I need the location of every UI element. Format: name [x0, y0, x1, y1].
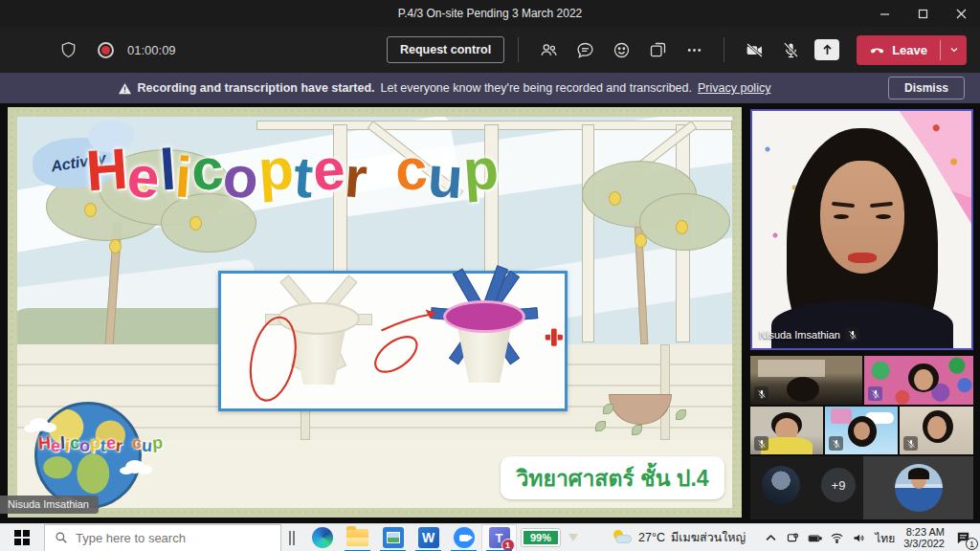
more-options-icon[interactable] — [678, 33, 710, 66]
maximize-button[interactable] — [903, 0, 942, 27]
start-button[interactable] — [0, 524, 44, 551]
participant-overflow-row: +9 — [750, 456, 973, 519]
participant-video-tile[interactable] — [900, 407, 973, 454]
recording-indicator-icon — [98, 42, 114, 58]
leave-button-label: Leave — [892, 43, 927, 57]
taskbar-app-teams[interactable]: T 1 — [481, 524, 517, 551]
dismiss-button[interactable]: Dismiss — [888, 77, 965, 99]
participant-video-tile[interactable] — [863, 456, 973, 519]
search-icon — [55, 531, 68, 544]
taskbar-divider-icon — [289, 531, 295, 545]
taskbar-app-zoom[interactable] — [446, 524, 481, 551]
video-name-tag: Nisuda Imsathian — [759, 327, 859, 342]
cloud-puff — [30, 418, 49, 431]
volume-icon[interactable] — [852, 531, 866, 545]
muted-mic-icon — [845, 327, 859, 342]
meeting-stage: Activity Helicoptercup — [0, 103, 980, 523]
minimize-button[interactable] — [865, 0, 903, 27]
shared-screen-slide[interactable]: Activity Helicoptercup — [8, 107, 742, 518]
file-explorer-icon — [346, 529, 368, 546]
subject-caption: วิทยาศาสตร์ ชั้น ป.4 — [516, 461, 708, 496]
weather-widget[interactable]: 27°C มีเมฆส่วนใหญ่ — [612, 528, 746, 547]
muted-mic-icon — [754, 386, 768, 401]
leave-options-chevron-icon[interactable] — [941, 35, 967, 65]
annotation-cursor-cross — [545, 328, 563, 346]
teams-notification-badge: 1 — [501, 539, 515, 551]
wifi-icon[interactable] — [830, 531, 844, 545]
arrow-icon — [568, 534, 578, 541]
teams-icon: T 1 — [489, 527, 510, 548]
search-input[interactable] — [76, 531, 257, 545]
lemon — [676, 220, 688, 234]
muted-mic-icon — [829, 436, 843, 451]
word-icon: W — [418, 527, 439, 548]
toolbar-divider — [518, 37, 519, 62]
show-hidden-icons-chevron[interactable] — [764, 531, 778, 545]
muted-mic-icon — [903, 436, 918, 451]
muted-mic-icon — [754, 436, 768, 451]
privacy-policy-link[interactable]: Privacy policy — [698, 81, 770, 95]
tray-icons — [764, 531, 866, 545]
taskbar-app-word[interactable]: W — [411, 524, 446, 551]
window-titlebar: P.4/3 On-site Pending 3 March 2022 — [0, 0, 980, 27]
warning-icon — [118, 81, 132, 96]
window-title: P.4/3 On-site Pending 3 March 2022 — [398, 7, 583, 20]
taskbar-app-photos[interactable] — [375, 524, 411, 551]
notification-count-badge: 1 — [966, 538, 978, 550]
edge-icon — [312, 527, 333, 548]
person-shoulders — [771, 300, 953, 350]
partly-cloudy-icon — [612, 530, 633, 545]
recording-banner: Recording and transcription have started… — [0, 73, 980, 103]
taskbar-system-tray: 99% 27°C มีเมฆส่วนใหญ่ ไทย 8:23 AM 3/3/2… — [522, 526, 980, 549]
lemon — [84, 203, 97, 217]
date-label: 3/3/2022 — [903, 538, 945, 549]
meeting-toolbar: 01:00:09 Request control — [0, 27, 980, 73]
participant-video-tile[interactable] — [864, 356, 973, 405]
share-content-icon[interactable] — [811, 33, 843, 66]
meeting-timer: 01:00:09 — [127, 43, 176, 57]
camera-off-icon[interactable] — [738, 33, 770, 66]
mic-off-icon[interactable] — [774, 33, 807, 66]
battery-icon[interactable] — [808, 531, 822, 545]
chat-icon[interactable] — [568, 33, 601, 66]
leave-button[interactable]: Leave — [857, 35, 967, 65]
taskbar-search[interactable] — [44, 524, 281, 551]
lemon — [109, 239, 122, 253]
fence-post — [660, 344, 670, 440]
participants-icon[interactable] — [532, 33, 565, 66]
participant-avatar — [895, 464, 943, 512]
weather-desc-label: มีเมฆส่วนใหญ่ — [671, 528, 746, 547]
language-indicator[interactable]: ไทย — [875, 529, 895, 547]
meet-now-icon[interactable] — [786, 531, 800, 545]
time-label: 8:23 AM — [903, 526, 945, 538]
video-name-label: Nisuda Imsathian — [759, 329, 840, 341]
taskbar-clock[interactable]: 8:23 AM 3/3/2022 — [903, 526, 945, 549]
participant-avatar[interactable] — [762, 466, 800, 504]
temperature-label: 27°C — [638, 531, 665, 544]
overflow-count-badge[interactable]: +9 — [821, 468, 856, 502]
participant-video-tile[interactable] — [750, 407, 823, 454]
action-center-button[interactable]: 1 — [953, 528, 972, 547]
meeting-status-group: 01:00:09 — [52, 33, 176, 66]
participant-video-tile[interactable] — [825, 407, 898, 454]
blue-cup-helicopter — [436, 283, 532, 398]
taskbar-app-file-explorer[interactable] — [340, 524, 375, 551]
taskbar-app-edge[interactable] — [304, 524, 340, 551]
reactions-icon[interactable] — [605, 33, 637, 66]
request-control-button[interactable]: Request control — [387, 36, 504, 63]
windows-taskbar: W T 1 99% 27°C มีเมฆส่วนใหญ่ — [0, 523, 980, 551]
battery-percent-widget[interactable]: 99% — [522, 529, 560, 546]
participant-video-tile[interactable] — [750, 356, 862, 405]
muted-mic-icon — [868, 386, 882, 401]
person-face — [820, 161, 904, 274]
close-button[interactable] — [942, 0, 980, 27]
window-controls — [865, 0, 980, 27]
banner-message: Let everyone know they're being recorded… — [381, 81, 693, 95]
lemon — [189, 216, 202, 231]
main-video-tile[interactable]: Nisuda Imsathian — [750, 109, 973, 350]
cloud-puff — [125, 460, 145, 474]
windows-logo-icon — [14, 530, 30, 545]
shield-icon[interactable] — [52, 33, 84, 66]
breakout-rooms-icon[interactable] — [641, 33, 674, 66]
subject-caption-box: วิทยาศาสตร์ ชั้น ป.4 — [501, 456, 724, 499]
